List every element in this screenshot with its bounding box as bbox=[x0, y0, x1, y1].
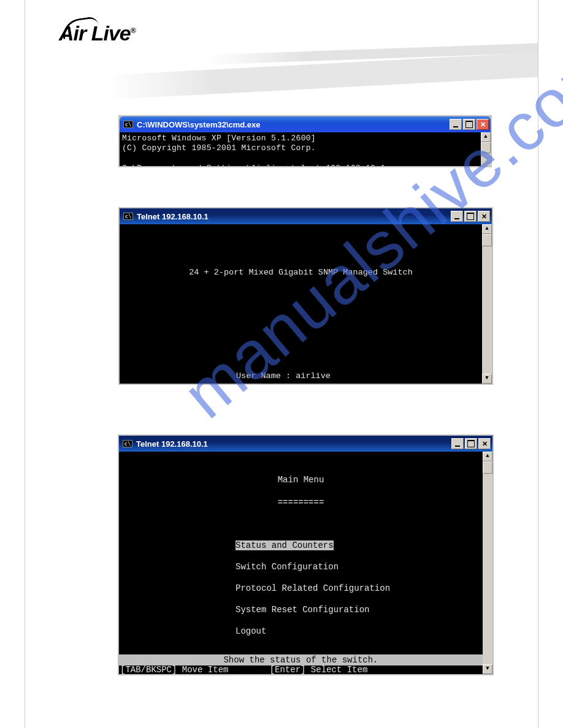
scroll-up-button[interactable]: ▲ bbox=[482, 224, 492, 234]
menu-item[interactable]: Status and Counters bbox=[236, 540, 334, 550]
telnet-login-window-title: Telnet 192.168.10.1 bbox=[137, 212, 451, 221]
status-line: Show the status of the switch. bbox=[119, 654, 483, 665]
main-menu-heading: Main Menu bbox=[119, 463, 492, 486]
telnet-menu-titlebar[interactable]: c\ Telnet 192.168.10.1 bbox=[119, 436, 492, 452]
telnet-login-console[interactable]: 24 + 2-port Mixed Gigabit SNMP Managed S… bbox=[120, 224, 492, 384]
main-menu-list: Status and Counters Switch Configuration… bbox=[119, 519, 492, 648]
menu-item[interactable]: Protocol Related Configuration bbox=[236, 583, 390, 593]
telnet-login-scrollbar[interactable]: ▲ ▼ bbox=[482, 224, 492, 384]
close-button[interactable] bbox=[477, 119, 489, 130]
telnet-menu-window: c\ Telnet 192.168.10.1 Main Menu========… bbox=[118, 434, 494, 675]
scroll-track[interactable] bbox=[483, 461, 492, 664]
cmd-icon: c\ bbox=[123, 121, 133, 128]
cmd-scrollbar[interactable]: ▲ bbox=[481, 132, 491, 166]
scroll-thumb[interactable] bbox=[481, 142, 491, 153]
cmd-prompt-line: C:\Documents and Settings\Airlive>telnet… bbox=[122, 164, 390, 166]
scroll-track[interactable] bbox=[482, 234, 492, 374]
scroll-thumb[interactable] bbox=[482, 234, 492, 246]
key-hints: [TAB/BKSPC] Move Item [Enter] Select Ite… bbox=[119, 665, 483, 675]
username-label: User Name : bbox=[236, 371, 296, 381]
close-button[interactable] bbox=[478, 211, 490, 222]
close-button[interactable] bbox=[478, 438, 491, 449]
maximize-button[interactable] bbox=[465, 438, 477, 449]
telnet-menu-scrollbar[interactable]: ▲ ▼ bbox=[483, 452, 492, 674]
logo-text: Air Live bbox=[59, 21, 131, 45]
login-form: User Name : airlive Password : *********… bbox=[120, 330, 492, 384]
menu-item[interactable]: Logout bbox=[236, 626, 266, 636]
username-value: airlive bbox=[296, 371, 331, 381]
telnet-icon: c\ bbox=[123, 213, 133, 220]
minimize-button[interactable] bbox=[451, 211, 463, 222]
window-controls bbox=[451, 438, 491, 449]
scroll-up-button[interactable]: ▲ bbox=[481, 132, 491, 142]
cmd-window-title: C:\WINDOWS\system32\cmd.exe bbox=[137, 120, 450, 129]
window-controls bbox=[451, 211, 490, 222]
page-header: Air Live® bbox=[25, 0, 538, 98]
menu-item[interactable]: Switch Configuration bbox=[236, 562, 339, 572]
switch-banner: 24 + 2-port Mixed Gigabit SNMP Managed S… bbox=[120, 235, 492, 278]
minimize-button[interactable] bbox=[450, 119, 462, 130]
cmd-line-2: (C) Copyright 1985-2001 Microsoft Corp. bbox=[122, 143, 316, 153]
window-controls bbox=[450, 119, 489, 130]
hint-select: [Enter] Select Item bbox=[270, 665, 368, 675]
maximize-button[interactable] bbox=[463, 119, 475, 130]
telnet-login-titlebar[interactable]: c\ Telnet 192.168.10.1 bbox=[120, 208, 492, 224]
menu-item[interactable]: System Reset Configuration bbox=[236, 605, 369, 615]
cmd-console[interactable]: Microsoft Windows XP [Version 5.1.2600] … bbox=[120, 132, 491, 166]
cmd-line-1: Microsoft Windows XP [Version 5.1.2600] bbox=[122, 134, 316, 143]
registered-mark: ® bbox=[131, 26, 136, 35]
scroll-down-button[interactable]: ▼ bbox=[482, 374, 492, 384]
cmd-titlebar[interactable]: c\ C:\WINDOWS\system32\cmd.exe bbox=[120, 116, 491, 132]
hint-move: [TAB/BKSPC] Move Item bbox=[120, 665, 228, 675]
minimize-button[interactable] bbox=[451, 438, 464, 449]
telnet-menu-console[interactable]: Main Menu========= Status and Counters S… bbox=[119, 452, 492, 674]
telnet-login-window: c\ Telnet 192.168.10.1 24 + 2-port Mixed… bbox=[118, 207, 493, 385]
scroll-down-button[interactable]: ▼ bbox=[483, 664, 492, 674]
scroll-up-button[interactable]: ▲ bbox=[483, 452, 492, 461]
scroll-track[interactable] bbox=[481, 142, 491, 166]
document-page: Air Live® manualshive.com c\ C:\WINDOWS\… bbox=[25, 0, 538, 728]
maximize-button[interactable] bbox=[464, 211, 477, 222]
scroll-thumb[interactable] bbox=[483, 461, 492, 474]
telnet-menu-window-title: Telnet 192.168.10.1 bbox=[136, 439, 451, 449]
cmd-window: c\ C:\WINDOWS\system32\cmd.exe Microsoft… bbox=[118, 115, 492, 167]
telnet-icon: c\ bbox=[123, 440, 132, 447]
brand-logo: Air Live® bbox=[59, 21, 136, 45]
main-menu-underline: ========= bbox=[119, 485, 492, 509]
